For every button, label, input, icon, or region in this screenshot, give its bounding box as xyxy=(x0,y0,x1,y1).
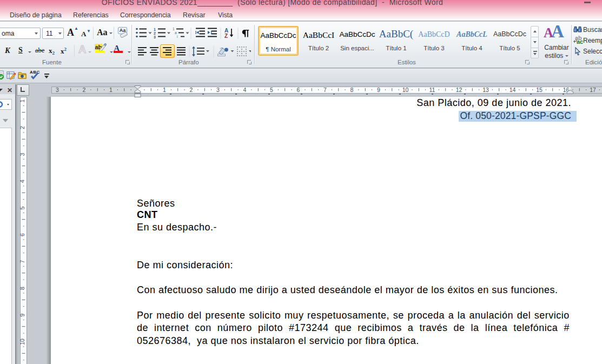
svg-text:6: 6 xyxy=(20,233,25,236)
svg-text:4: 4 xyxy=(243,87,247,93)
svg-text:13: 13 xyxy=(482,87,489,93)
svg-text:17: 17 xyxy=(590,87,596,93)
svg-text:9: 9 xyxy=(20,313,25,316)
svg-text:2: 2 xyxy=(83,87,86,93)
svg-text:7: 7 xyxy=(323,87,327,93)
svg-text:1: 1 xyxy=(109,87,113,93)
svg-text:8: 8 xyxy=(20,287,25,290)
svg-text:1: 1 xyxy=(173,27,175,31)
svg-text:1: 1 xyxy=(154,28,156,31)
svg-text:6: 6 xyxy=(297,87,300,93)
svg-text:7: 7 xyxy=(20,260,25,263)
svg-text:5: 5 xyxy=(20,206,25,209)
svg-text:10: 10 xyxy=(402,87,409,93)
svg-text:4: 4 xyxy=(20,180,25,183)
svg-text:a: a xyxy=(175,31,177,35)
svg-text:3: 3 xyxy=(56,87,59,93)
svg-text:5: 5 xyxy=(270,87,273,93)
svg-text:2: 2 xyxy=(190,87,193,93)
svg-text:1: 1 xyxy=(163,87,166,93)
svg-text:Z: Z xyxy=(224,33,228,39)
svg-text:9: 9 xyxy=(377,87,380,93)
svg-text:11: 11 xyxy=(429,87,435,93)
svg-text:8: 8 xyxy=(350,87,354,93)
svg-text:2: 2 xyxy=(20,126,25,129)
svg-text:12: 12 xyxy=(456,87,462,93)
svg-text:15: 15 xyxy=(536,87,543,93)
svg-text:3: 3 xyxy=(154,35,156,39)
svg-text:3: 3 xyxy=(20,153,25,156)
svg-text:i: i xyxy=(177,35,177,38)
svg-text:14: 14 xyxy=(510,87,516,93)
svg-text:1: 1 xyxy=(20,99,25,102)
svg-text:3: 3 xyxy=(216,87,220,93)
svg-text:10: 10 xyxy=(20,339,25,345)
svg-text:2: 2 xyxy=(154,31,156,35)
